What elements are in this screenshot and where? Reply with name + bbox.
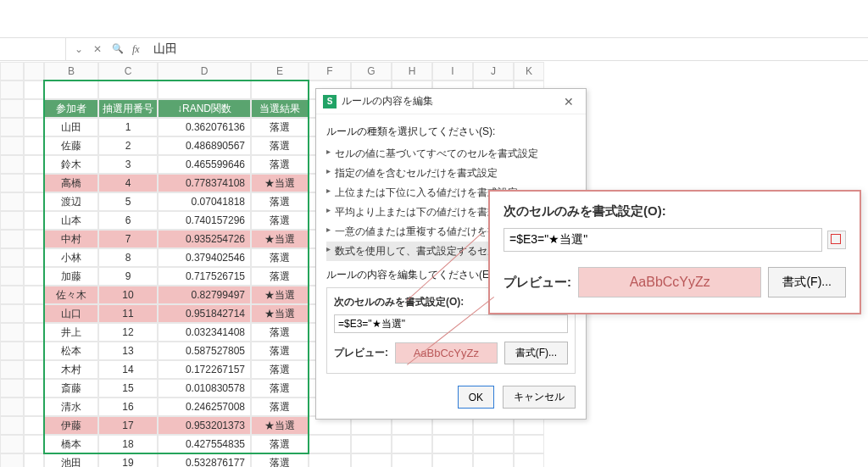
cell[interactable]: 松本: [44, 342, 98, 360]
row-header[interactable]: [0, 304, 24, 323]
cell[interactable]: 落選: [251, 248, 309, 267]
cell[interactable]: 橋本: [44, 435, 98, 453]
select-all-corner[interactable]: [0, 62, 24, 81]
cell[interactable]: 落選: [251, 435, 309, 453]
formula-input[interactable]: 山田: [148, 40, 868, 58]
cell[interactable]: [24, 174, 44, 192]
cell[interactable]: 0.740157296: [158, 211, 251, 230]
cell[interactable]: ★当選: [251, 304, 309, 323]
format-button[interactable]: 書式(F)...: [768, 267, 846, 297]
row-header[interactable]: [0, 230, 24, 248]
cell[interactable]: [24, 342, 44, 360]
row-header[interactable]: [0, 416, 24, 435]
cell[interactable]: 19: [98, 453, 158, 467]
col-header[interactable]: D: [158, 62, 251, 81]
cell[interactable]: 0.032341408: [158, 323, 251, 342]
search-icon[interactable]: 🔍: [112, 43, 124, 55]
cell[interactable]: 山田: [44, 118, 98, 136]
table-header[interactable]: 参加者: [44, 99, 98, 118]
cell[interactable]: [24, 192, 44, 211]
col-header[interactable]: H: [392, 62, 432, 81]
cell[interactable]: 落選: [251, 323, 309, 342]
cell[interactable]: 0.717526715: [158, 267, 251, 286]
cell[interactable]: [432, 453, 473, 467]
cell[interactable]: ★当選: [251, 230, 309, 248]
cell[interactable]: 0.82799497: [158, 286, 251, 304]
cell[interactable]: 落選: [251, 342, 309, 360]
cancel-icon[interactable]: ✕: [93, 43, 102, 55]
row-header[interactable]: [0, 81, 24, 99]
cell[interactable]: [24, 118, 44, 136]
col-header[interactable]: C: [98, 62, 158, 81]
cell[interactable]: 鈴木: [44, 155, 98, 174]
row-header[interactable]: [0, 192, 24, 211]
cell[interactable]: [24, 379, 44, 398]
cell[interactable]: 12: [98, 323, 158, 342]
cell[interactable]: [24, 248, 44, 267]
cell[interactable]: 佐藤: [44, 136, 98, 155]
cell[interactable]: ★当選: [251, 416, 309, 435]
cell[interactable]: [24, 435, 44, 453]
cell[interactable]: 0.465599646: [158, 155, 251, 174]
col-header[interactable]: G: [351, 62, 392, 81]
cell[interactable]: 3: [98, 155, 158, 174]
cell[interactable]: 落選: [251, 453, 309, 467]
cell[interactable]: 15: [98, 379, 158, 398]
col-header[interactable]: F: [309, 62, 351, 81]
cell[interactable]: 落選: [251, 379, 309, 398]
row-header[interactable]: [0, 118, 24, 136]
rule-type-item[interactable]: 指定の値を含むセルだけを書式設定: [326, 164, 576, 183]
row-header[interactable]: [0, 286, 24, 304]
row-header[interactable]: [0, 99, 24, 118]
cell[interactable]: 落選: [251, 211, 309, 230]
cell[interactable]: [24, 360, 44, 379]
cell[interactable]: 山本: [44, 211, 98, 230]
col-header[interactable]: E: [251, 62, 309, 81]
row-header[interactable]: [0, 136, 24, 155]
cell[interactable]: [24, 136, 44, 155]
format-button[interactable]: 書式(F)...: [504, 342, 568, 364]
table-header[interactable]: 抽選用番号: [98, 99, 158, 118]
row-header[interactable]: [0, 211, 24, 230]
name-box[interactable]: [0, 38, 66, 60]
cancel-button[interactable]: キャンセル: [503, 386, 576, 409]
cell[interactable]: 伊藤: [44, 416, 98, 435]
cell[interactable]: 佐々木: [44, 286, 98, 304]
cell[interactable]: 0.935254726: [158, 230, 251, 248]
cell[interactable]: 0.246257008: [158, 398, 251, 416]
cell[interactable]: 0.951842714: [158, 304, 251, 323]
cell[interactable]: [24, 323, 44, 342]
cell[interactable]: [309, 435, 351, 453]
cell[interactable]: 落選: [251, 398, 309, 416]
cell[interactable]: [473, 435, 514, 453]
cell[interactable]: 2: [98, 136, 158, 155]
cell[interactable]: 井上: [44, 323, 98, 342]
cell[interactable]: [24, 416, 44, 435]
cell[interactable]: [392, 435, 432, 453]
col-header[interactable]: I: [432, 62, 473, 81]
row-header[interactable]: [0, 342, 24, 360]
row-header[interactable]: [0, 155, 24, 174]
cell[interactable]: 18: [98, 435, 158, 453]
cell[interactable]: 11: [98, 304, 158, 323]
cell[interactable]: [98, 81, 158, 99]
ok-button[interactable]: OK: [458, 386, 494, 409]
row-header[interactable]: [0, 248, 24, 267]
cell[interactable]: [351, 453, 392, 467]
table-header[interactable]: ↓RAND関数: [158, 99, 251, 118]
cell[interactable]: [514, 435, 544, 453]
cell[interactable]: ★当選: [251, 174, 309, 192]
cell[interactable]: [351, 435, 392, 453]
cell[interactable]: 17: [98, 416, 158, 435]
cell[interactable]: 落選: [251, 360, 309, 379]
cell[interactable]: 4: [98, 174, 158, 192]
cell[interactable]: 加藤: [44, 267, 98, 286]
cell[interactable]: 落選: [251, 267, 309, 286]
cell[interactable]: 0.362076136: [158, 118, 251, 136]
dialog-titlebar[interactable]: S ルールの内容を編集 ✕: [316, 89, 586, 114]
cell[interactable]: [514, 453, 544, 467]
cell[interactable]: [24, 155, 44, 174]
cell[interactable]: 0.532876177: [158, 453, 251, 467]
cell[interactable]: 10: [98, 286, 158, 304]
cell[interactable]: 斎藤: [44, 379, 98, 398]
